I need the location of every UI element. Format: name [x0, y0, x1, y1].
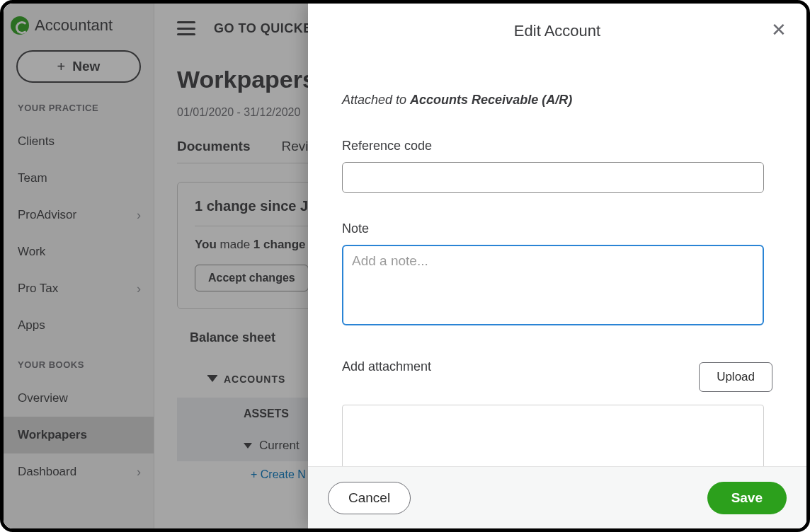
reference-code-input[interactable] — [342, 162, 764, 193]
panel-header: Edit Account ✕ — [308, 4, 806, 59]
panel-title: Edit Account — [514, 22, 600, 40]
upload-button[interactable]: Upload — [699, 362, 772, 392]
attached-to-text: Attached to Accounts Receivable (A/R) — [342, 93, 772, 108]
attached-account-name: Accounts Receivable (A/R) — [410, 93, 572, 107]
panel-body: Attached to Accounts Receivable (A/R) Re… — [308, 59, 806, 466]
cancel-button[interactable]: Cancel — [328, 482, 411, 514]
note-label: Note — [342, 221, 772, 236]
save-button[interactable]: Save — [707, 482, 787, 514]
attachment-dropzone[interactable] — [342, 405, 764, 466]
reference-code-label: Reference code — [342, 139, 772, 154]
close-icon[interactable]: ✕ — [771, 21, 787, 39]
edit-account-panel: Edit Account ✕ Attached to Accounts Rece… — [308, 4, 806, 528]
note-textarea[interactable] — [342, 245, 764, 325]
attachment-label: Add attachment — [342, 359, 431, 374]
attached-prefix: Attached to — [342, 93, 410, 107]
panel-footer: Cancel Save — [308, 466, 806, 528]
